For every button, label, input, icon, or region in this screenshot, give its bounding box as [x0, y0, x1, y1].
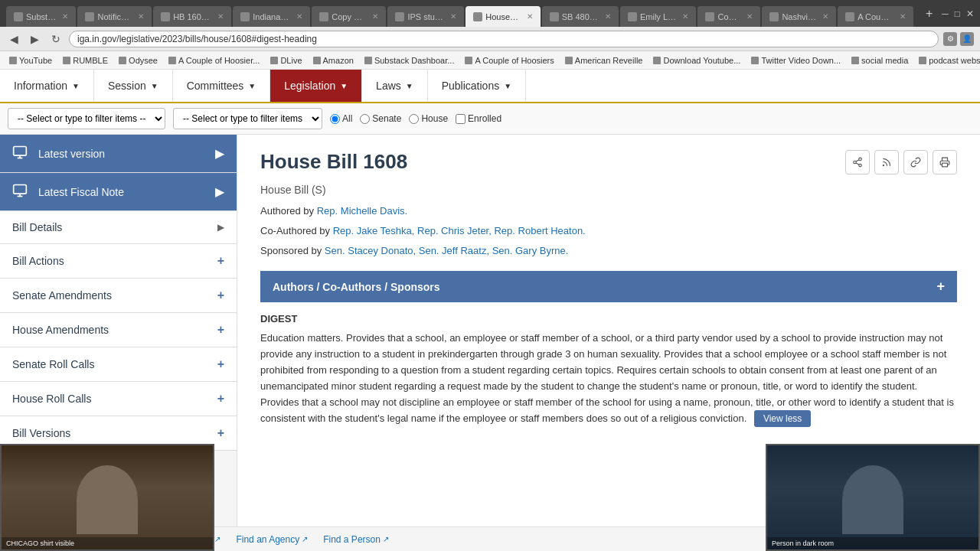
- bookmark-2[interactable]: Odysee: [114, 54, 162, 67]
- bookmark-8[interactable]: American Reveille: [560, 54, 648, 67]
- sidebar-item-left: House Roll Calls: [12, 393, 91, 405]
- radio-enrolled-label[interactable]: Enrolled: [456, 113, 501, 124]
- coauthored-chris[interactable]: Rep. Chris Jeter,: [417, 225, 492, 236]
- sidebar-item-label: Bill Details: [12, 221, 62, 233]
- sidebar-item-label: Senate Amendments: [12, 289, 112, 302]
- radio-senate-label[interactable]: Senate: [360, 113, 401, 124]
- browser-tab-9[interactable]: Control Room✕: [697, 6, 760, 27]
- radio-senate[interactable]: [360, 114, 370, 124]
- nav-item-publications[interactable]: Publications▼: [428, 70, 526, 102]
- authors-section-header[interactable]: Authors / Co-Authors / Sponsors +: [260, 271, 957, 302]
- bookmark-10[interactable]: Twitter Video Down...: [746, 54, 845, 67]
- profile-icon: 👤: [960, 32, 974, 46]
- rss-button[interactable]: [874, 150, 899, 174]
- radio-all-text: All: [342, 113, 352, 124]
- checkbox-enrolled[interactable]: [456, 114, 466, 124]
- filter-select-1[interactable]: -- Select or type to filter items --: [8, 108, 165, 129]
- nav-label: Legislation: [284, 80, 335, 92]
- nav-dropdown-icon: ▼: [72, 82, 80, 90]
- bookmark-7[interactable]: A Couple of Hoosiers: [460, 54, 558, 67]
- bookmark-12[interactable]: podcast websites: [914, 54, 980, 67]
- footer-link-find-an-agency[interactable]: Find an Agency ↗: [236, 534, 308, 545]
- sidebar-item-label: Latest Fiscal Note: [38, 186, 124, 198]
- browser-tab-7[interactable]: SB 480 amendme...✕: [542, 6, 619, 27]
- sponsored-jeff[interactable]: Sen. Jeff Raatz,: [419, 245, 489, 256]
- authored-by-link[interactable]: Rep. Michelle Davis.: [317, 205, 408, 217]
- print-button[interactable]: [933, 150, 957, 174]
- expand-plus-icon: +: [217, 323, 224, 337]
- svg-rect-0: [14, 147, 27, 156]
- nav-item-committees[interactable]: Committees▼: [173, 70, 271, 102]
- browser-tab-10[interactable]: Nashville school ...✕: [762, 6, 836, 27]
- browser-tab-8[interactable]: Emily Longnecker...✕: [620, 6, 696, 27]
- nav-item-legislation[interactable]: Legislation▼: [270, 70, 362, 102]
- svg-point-6: [859, 158, 862, 161]
- coauthored-jake[interactable]: Rep. Jake Teshka,: [333, 225, 415, 236]
- sidebar-item-left: Latest version: [12, 145, 105, 162]
- sidebar-item-left: Latest Fiscal Note: [12, 183, 124, 201]
- bookmark-4[interactable]: DLive: [266, 54, 306, 67]
- sponsored-stacey[interactable]: Sen. Stacey Donato,: [325, 245, 416, 256]
- view-less-button[interactable]: View less: [754, 410, 811, 427]
- sidebar-item-label: Latest version: [38, 148, 105, 160]
- external-link-icon: ↗: [214, 535, 220, 543]
- filter-bar: -- Select or type to filter items -- -- …: [0, 103, 980, 135]
- sponsored-label: Sponsored by: [260, 245, 322, 256]
- video-overlay-left: 🔴 LIVE CHICAGO shirt visible: [0, 444, 214, 551]
- browser-tab-4[interactable]: Copy and paste?...✕: [312, 6, 386, 27]
- bill-title-row: House Bill 1608: [260, 150, 957, 174]
- back-button[interactable]: ◀: [6, 31, 22, 47]
- radio-all-label[interactable]: All: [330, 113, 352, 124]
- browser-tabs: Substack Dash...✕Notifications / Tw...✕H…: [6, 0, 913, 27]
- browser-tab-1[interactable]: Notifications / Tw...✕: [77, 6, 152, 27]
- bookmark-6[interactable]: Substack Dashboar...: [360, 54, 459, 67]
- sidebar-item-left: Senate Roll Calls: [12, 358, 94, 370]
- sidebar-item-latest-version[interactable]: Latest version ▶: [0, 135, 237, 173]
- bookmark-5[interactable]: Amazon: [309, 54, 358, 67]
- refresh-button[interactable]: ↻: [47, 31, 64, 47]
- coauthored-robert[interactable]: Rep. Robert Heaton.: [494, 225, 585, 236]
- browser-tab-2[interactable]: HB 1608: Bill on pr...✕: [153, 6, 231, 27]
- maximize-btn[interactable]: □: [955, 8, 960, 19]
- footer-link-find-a-person[interactable]: Find a Person ↗: [323, 534, 389, 545]
- bookmark-0[interactable]: YouTube: [5, 54, 57, 67]
- radio-house[interactable]: [409, 114, 419, 124]
- browser-tab-3[interactable]: Indiana Senate pa...✕: [233, 6, 310, 27]
- browser-tab-11[interactable]: A Couple of Hoos...✕: [838, 6, 913, 27]
- radio-house-label[interactable]: House: [409, 113, 448, 124]
- browser-tab-6[interactable]: House Bill 1608 -...✕: [466, 6, 541, 27]
- sidebar-item-bill-actions[interactable]: Bill Actions +: [0, 244, 237, 279]
- nav-item-information[interactable]: Information▼: [0, 70, 94, 102]
- sidebar-item-senate-amendments[interactable]: Senate Amendments +: [0, 279, 237, 313]
- link-button[interactable]: [903, 150, 928, 174]
- nav-dropdown-icon: ▼: [151, 82, 158, 90]
- monitor-icon: ▶: [215, 184, 224, 199]
- close-btn[interactable]: ✕: [966, 8, 974, 19]
- bookmark-3[interactable]: A Couple of Hoosier...: [164, 54, 264, 67]
- address-bar[interactable]: [69, 31, 939, 47]
- authors-header-text: Authors / Co-Authors / Sponsors: [273, 281, 440, 293]
- nav-dropdown-icon: ▼: [248, 82, 256, 90]
- sidebar-item-bill-details[interactable]: Bill Details ▶: [0, 211, 237, 244]
- filter-select-2[interactable]: -- Select or type to filter items: [173, 108, 322, 129]
- forward-button[interactable]: ▶: [27, 31, 43, 47]
- nav-item-session[interactable]: Session▼: [94, 70, 173, 102]
- svg-rect-3: [14, 185, 27, 194]
- share-button[interactable]: [845, 150, 870, 174]
- sidebar-item-house-amendments[interactable]: House Amendments +: [0, 313, 237, 347]
- bookmark-1[interactable]: RUMBLE: [58, 54, 113, 67]
- nav-item-laws[interactable]: Laws▼: [362, 70, 428, 102]
- minimize-btn[interactable]: ─: [942, 8, 949, 19]
- radio-all[interactable]: [330, 114, 340, 124]
- monitor-svg-icon: [12, 145, 28, 162]
- bookmark-11[interactable]: social media: [847, 54, 913, 67]
- sidebar-item-latest-fiscal-note[interactable]: Latest Fiscal Note ▶: [0, 173, 237, 211]
- browser-tab-5[interactable]: IPS students walk...✕: [387, 6, 464, 27]
- digest-text: Education matters. Provides that a schoo…: [260, 331, 957, 427]
- sponsored-gary[interactable]: Sen. Gary Byrne.: [492, 245, 569, 256]
- browser-tab-0[interactable]: Substack Dash...✕: [6, 6, 76, 27]
- new-tab-button[interactable]: +: [921, 7, 937, 21]
- sidebar-item-house-roll-calls[interactable]: House Roll Calls +: [0, 382, 237, 416]
- sidebar-item-senate-roll-calls[interactable]: Senate Roll Calls +: [0, 347, 237, 382]
- bookmark-9[interactable]: Download Youtube...: [648, 54, 745, 67]
